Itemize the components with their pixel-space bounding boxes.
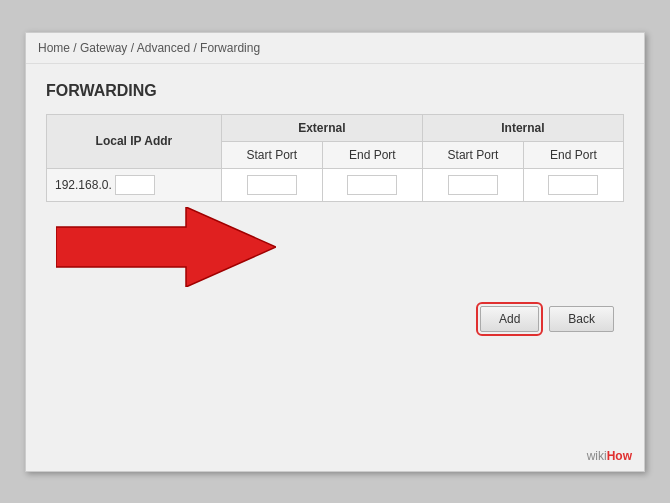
breadcrumb: Home / Gateway / Advanced / Forwarding	[26, 33, 644, 64]
ip-last-octet-input[interactable]	[115, 175, 155, 195]
page-title: FORWARDING	[46, 82, 624, 100]
int-start-port-input[interactable]	[448, 175, 498, 195]
ext-end-port-input[interactable]	[347, 175, 397, 195]
ext-end-cell	[322, 168, 422, 201]
forwarding-table: Local IP Addr External Internal Start Po…	[46, 114, 624, 202]
col-ext-start: Start Port	[221, 141, 322, 168]
svg-marker-0	[56, 207, 276, 287]
arrow-area	[46, 202, 624, 292]
int-start-cell	[422, 168, 523, 201]
col-local-ip: Local IP Addr	[47, 114, 222, 168]
back-button[interactable]: Back	[549, 306, 614, 332]
buttons-row: Add Back	[46, 306, 624, 332]
col-int-end: End Port	[523, 141, 623, 168]
wikihow-logo: wikiHow	[587, 449, 632, 463]
add-button[interactable]: Add	[480, 306, 539, 332]
group-external: External	[221, 114, 422, 141]
ext-start-cell	[221, 168, 322, 201]
table-wrapper: Local IP Addr External Internal Start Po…	[46, 114, 624, 202]
main-window: Home / Gateway / Advanced / Forwarding F…	[25, 32, 645, 472]
how-text: How	[607, 449, 632, 463]
ext-start-port-input[interactable]	[247, 175, 297, 195]
wiki-text: wiki	[587, 449, 607, 463]
group-internal: Internal	[422, 114, 623, 141]
ip-cell: 192.168.0.	[47, 168, 222, 201]
ip-prefix: 192.168.0.	[55, 178, 112, 192]
col-int-start: Start Port	[422, 141, 523, 168]
red-arrow-icon	[56, 207, 276, 287]
int-end-cell	[523, 168, 623, 201]
col-ext-end: End Port	[322, 141, 422, 168]
table-row: 192.168.0.	[47, 168, 624, 201]
int-end-port-input[interactable]	[548, 175, 598, 195]
